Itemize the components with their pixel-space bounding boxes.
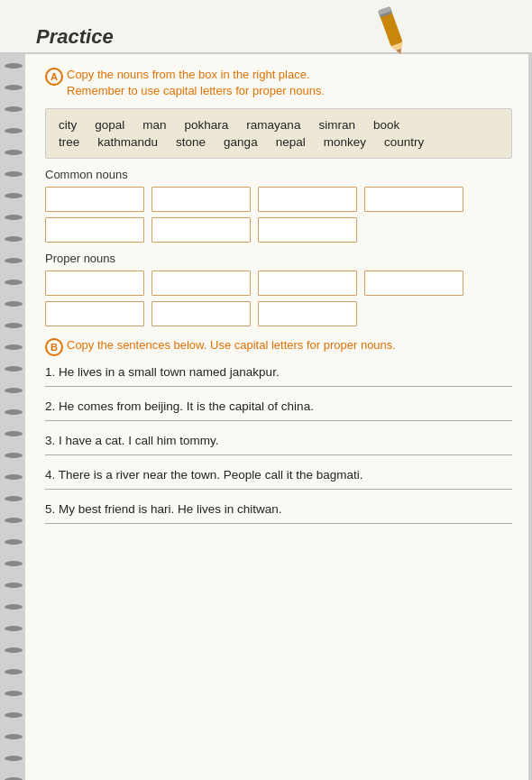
section-a-line1: Copy the nouns from the box in the right…: [67, 68, 310, 81]
sentence-1-text: 1. He lives in a small town named janakp…: [45, 365, 512, 379]
common-noun-box-4[interactable]: [364, 187, 463, 212]
spiral-ring: [5, 474, 23, 480]
word-row-2: tree kathmandu stone ganga nepal monkey …: [59, 135, 499, 149]
sentence-5: 5. My best friend is hari. He lives in c…: [45, 502, 512, 524]
spiral-ring: [5, 258, 23, 263]
word-monkey: monkey: [324, 135, 366, 149]
spiral-ring: [5, 128, 23, 133]
section-a-circle: A: [45, 68, 63, 86]
spiral-ring: [5, 366, 23, 372]
proper-noun-box-6[interactable]: [151, 301, 251, 326]
spiral-ring: [5, 85, 23, 90]
spiral-binding: [0, 54, 27, 775]
spiral-ring: [5, 669, 23, 674]
section-a-instruction: Copy the nouns from the box in the right…: [67, 67, 325, 99]
word-nepal: nepal: [276, 135, 306, 149]
top-bar: Practice: [0, 0, 532, 54]
proper-nouns-label: Proper nouns: [45, 252, 512, 265]
proper-noun-box-5[interactable]: [45, 301, 144, 326]
spiral-ring: [5, 171, 23, 177]
sentence-2-text: 2. He comes from beijing. It is the capi…: [45, 399, 512, 413]
section-b-circle: B: [45, 338, 63, 356]
spiral-ring: [5, 301, 23, 307]
spiral-ring: [5, 583, 23, 588]
spiral-ring: [5, 518, 23, 523]
proper-noun-box-4[interactable]: [364, 271, 463, 296]
word-man: man: [142, 118, 166, 132]
word-tree: tree: [59, 135, 79, 149]
spiral-ring: [5, 236, 23, 242]
spiral-ring: [5, 63, 23, 69]
spiral-ring: [5, 431, 23, 436]
common-noun-box-3[interactable]: [258, 187, 357, 212]
section-b-instruction: Copy the sentences below. Use capital le…: [67, 337, 396, 353]
proper-noun-box-7[interactable]: [258, 301, 357, 326]
sentence-1: 1. He lives in a small town named janakp…: [45, 365, 512, 387]
sentence-3-text: 3. I have a cat. I call him tommy.: [45, 434, 512, 447]
spiral-ring: [5, 604, 23, 610]
page-title: Practice: [36, 25, 114, 49]
spiral-ring: [5, 280, 23, 285]
sentence-3: 3. I have a cat. I call him tommy.: [45, 434, 512, 455]
sentence-1-line: [45, 386, 512, 387]
word-gopal: gopal: [95, 118, 124, 132]
spiral-ring: [5, 561, 23, 566]
word-ganga: ganga: [224, 135, 258, 149]
spiral-ring: [5, 388, 23, 393]
word-box: city gopal man pokhara ramayana simran b…: [45, 108, 512, 159]
word-city: city: [59, 118, 77, 132]
common-nouns-row1: [45, 187, 512, 212]
spiral-ring: [5, 323, 23, 328]
main-content: A Copy the nouns from the box in the rig…: [25, 54, 528, 780]
spiral-ring: [5, 756, 23, 761]
proper-noun-box-3[interactable]: [258, 271, 357, 296]
common-nouns-label: Common nouns: [45, 168, 512, 181]
sentence-3-line: [45, 454, 512, 455]
word-book: book: [373, 118, 399, 132]
spiral-ring: [5, 539, 23, 545]
spiral-ring: [5, 453, 23, 458]
spiral-ring: [5, 193, 23, 198]
proper-noun-box-2[interactable]: [151, 271, 251, 296]
pencil-icon: [370, 0, 415, 63]
spiral-ring: [5, 496, 23, 501]
sentence-2-line: [45, 420, 512, 421]
section-a-header: A Copy the nouns from the box in the rig…: [45, 67, 512, 99]
common-noun-box-5[interactable]: [45, 217, 144, 243]
word-row-1: city gopal man pokhara ramayana simran b…: [59, 118, 499, 132]
spiral-ring: [5, 150, 23, 155]
word-stone: stone: [176, 135, 206, 149]
common-noun-box-2[interactable]: [151, 187, 251, 212]
spiral-ring: [5, 734, 23, 739]
word-ramayana: ramayana: [246, 118, 300, 132]
common-noun-box-6[interactable]: [151, 217, 251, 243]
spiral-ring: [5, 691, 23, 696]
sentence-4-line: [45, 489, 512, 490]
sentence-5-line: [45, 523, 512, 524]
spiral-ring: [5, 344, 23, 350]
word-pokhara: pokhara: [185, 118, 229, 132]
section-a-line2: Remember to use capital letters for prop…: [67, 84, 325, 97]
spiral-ring: [5, 215, 23, 220]
proper-nouns-row2: [45, 301, 512, 326]
sentence-5-text: 5. My best friend is hari. He lives in c…: [45, 502, 512, 516]
word-kathmandu: kathmandu: [97, 135, 158, 149]
common-noun-box-7[interactable]: [258, 217, 357, 243]
proper-nouns-row1: [45, 271, 512, 296]
word-country: country: [384, 135, 424, 149]
word-simran: simran: [318, 118, 355, 132]
sentence-2: 2. He comes from beijing. It is the capi…: [45, 399, 512, 421]
spiral-ring: [5, 647, 23, 653]
spiral-ring: [5, 626, 23, 631]
common-noun-box-1[interactable]: [45, 187, 144, 212]
section-b-header: B Copy the sentences below. Use capital …: [45, 337, 512, 356]
spiral-ring: [5, 409, 23, 415]
spiral-ring: [5, 712, 23, 718]
proper-noun-box-1[interactable]: [45, 271, 144, 296]
sentence-4-text: 4. There is a river near the town. Peopl…: [45, 468, 512, 482]
common-nouns-row2: [45, 217, 512, 243]
sentence-4: 4. There is a river near the town. Peopl…: [45, 468, 512, 490]
spiral-ring: [5, 106, 23, 112]
